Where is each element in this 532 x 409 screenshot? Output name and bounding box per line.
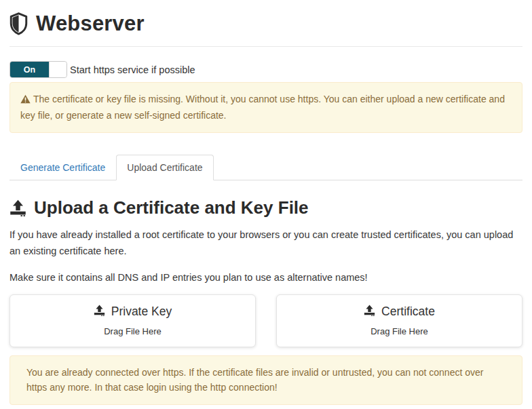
private-key-dropzone[interactable]: Private Key Drag File Here xyxy=(10,294,256,347)
certificate-label: Certificate xyxy=(381,305,435,319)
https-toggle-label: Start https service if possible xyxy=(70,64,195,75)
private-key-label: Private Key xyxy=(111,305,172,319)
tab-generate-certificate[interactable]: Generate Certificate xyxy=(10,155,116,180)
shield-icon xyxy=(10,12,28,36)
https-connected-alert: You are already connected over https. If… xyxy=(10,355,522,405)
upload-section-heading-text: Upload a Certificate and Key File xyxy=(34,197,309,218)
tab-upload-certificate[interactable]: Upload Certificate xyxy=(116,155,213,180)
upload-icon xyxy=(364,305,375,319)
toggle-on-label[interactable]: On xyxy=(10,62,49,77)
https-toggle[interactable]: On xyxy=(10,61,67,78)
upload-description: If you have already installed a root cer… xyxy=(10,227,522,258)
webserver-page: Webserver On Start https service if poss… xyxy=(0,0,532,409)
dropzones-row: Private Key Drag File Here Certificate xyxy=(10,294,522,347)
upload-section-heading: Upload a Certificate and Key File xyxy=(10,197,522,218)
certificate-dropzone[interactable]: Certificate Drag File Here xyxy=(276,294,522,347)
private-key-drag-hint: Drag File Here xyxy=(17,326,248,336)
tab-upload-certificate-label[interactable]: Upload Certificate xyxy=(116,155,213,180)
certificate-dropzone-title: Certificate xyxy=(284,305,515,319)
https-connected-alert-text: You are already connected over https. If… xyxy=(26,367,483,393)
page-header: Webserver xyxy=(10,8,522,39)
missing-cert-alert-text: The certificate or key file is missing. … xyxy=(20,94,505,121)
https-toggle-row: On Start https service if possible xyxy=(10,61,522,78)
upload-icon xyxy=(94,305,105,319)
upload-note: Make sure it contains all DNS and IP ent… xyxy=(10,270,522,286)
upload-icon xyxy=(10,199,26,216)
private-key-dropzone-title: Private Key xyxy=(17,305,248,319)
tab-generate-certificate-label[interactable]: Generate Certificate xyxy=(10,155,116,180)
page-title: Webserver xyxy=(36,12,145,36)
certificate-tabs: Generate Certificate Upload Certificate xyxy=(10,155,522,180)
warning-triangle-icon xyxy=(20,94,31,109)
upload-certificate-panel: Upload a Certificate and Key File If you… xyxy=(10,197,522,409)
toggle-knob[interactable] xyxy=(49,62,66,77)
certificate-drag-hint: Drag File Here xyxy=(284,326,515,336)
header-divider xyxy=(10,46,522,47)
missing-cert-alert: The certificate or key file is missing. … xyxy=(10,82,522,133)
